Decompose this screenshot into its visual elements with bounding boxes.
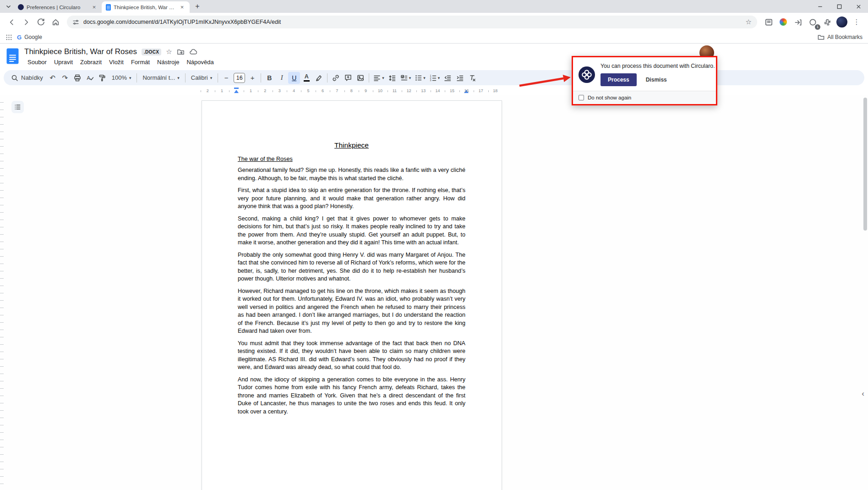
menu-item-vlozit[interactable]: Vložit <box>106 58 127 66</box>
back-button[interactable] <box>5 15 18 29</box>
apps-grid-icon[interactable] <box>5 34 12 41</box>
styles-select[interactable]: Normální t... ▾ <box>139 72 182 84</box>
first-line-indent-marker[interactable] <box>234 88 239 89</box>
window-minimize-button[interactable] <box>810 0 830 13</box>
document-outline-button[interactable] <box>11 101 24 113</box>
collapse-chevron-icon[interactable]: ‹ <box>859 389 867 399</box>
tab-search-button[interactable] <box>3 1 14 12</box>
menu-item-nastroje[interactable]: Nástroje <box>154 58 182 66</box>
site-info-icon[interactable] <box>72 19 79 26</box>
menu-item-upravit[interactable]: Upravit <box>51 58 76 66</box>
text-color-button[interactable]: A <box>300 72 312 84</box>
scrollbar-thumb[interactable] <box>863 98 867 231</box>
new-tab-button[interactable]: + <box>191 0 203 12</box>
process-button[interactable]: Process <box>601 73 637 86</box>
menus-search-button[interactable]: Nabídky <box>7 72 46 84</box>
move-folder-icon[interactable] <box>177 48 185 56</box>
font-size-input[interactable]: 16 <box>234 73 245 83</box>
italic-button[interactable]: I <box>276 72 288 84</box>
browser-menu-icon[interactable]: ⋮ <box>850 15 863 29</box>
numbered-list-button[interactable]: 123▾ <box>427 72 442 84</box>
print-button[interactable] <box>71 72 83 84</box>
send-to-device-icon[interactable] <box>791 15 805 29</box>
clear-formatting-button[interactable] <box>466 72 478 84</box>
bookmark-google[interactable]: G Google <box>17 34 42 41</box>
window-maximize-button[interactable] <box>830 0 849 13</box>
all-bookmarks-button[interactable]: All Bookmarks <box>818 34 863 41</box>
home-button[interactable] <box>49 15 62 29</box>
ruler-number: 18 <box>493 88 497 93</box>
ruler-tick <box>373 90 373 92</box>
profile-avatar[interactable] <box>835 15 849 29</box>
highlight-color-button[interactable] <box>313 72 325 84</box>
extension-color-icon[interactable] <box>776 15 790 29</box>
undo-button[interactable]: ↶ <box>47 72 59 84</box>
insert-image-button[interactable] <box>355 72 366 84</box>
paragraph[interactable]: Probably the only somewhat good thing He… <box>238 251 465 283</box>
window-controls <box>810 0 868 13</box>
star-icon[interactable]: ☆ <box>166 48 172 56</box>
spellcheck-button[interactable]: A <box>84 72 96 84</box>
document-title[interactable]: Thinkpiece British, War of Roses <box>24 47 137 56</box>
avatar-image <box>836 17 847 28</box>
left-indent-marker[interactable] <box>234 90 239 93</box>
bulleted-list-button[interactable]: ▾ <box>413 72 427 84</box>
paragraph[interactable]: Second, making a child king? I get that … <box>238 215 465 247</box>
caret-down-icon: ▾ <box>409 76 411 80</box>
decrease-font-size-button[interactable]: − <box>220 72 232 84</box>
circularo-extension-icon[interactable]: 1 <box>806 15 819 29</box>
ruler-number: 10 <box>378 88 382 93</box>
increase-indent-button[interactable] <box>454 72 466 84</box>
ruler-number: 4 <box>293 88 295 93</box>
paragraph[interactable]: Generational family feud? Sign me up. Ho… <box>238 166 465 182</box>
checklist-button[interactable]: ▾ <box>399 72 413 84</box>
menu-item-format[interactable]: Formát <box>128 58 153 66</box>
decrease-indent-button[interactable] <box>442 72 453 84</box>
tab-close-icon[interactable]: × <box>179 4 186 11</box>
browser-window: Preferences | Circularo × Thinkpiece Bri… <box>0 0 868 490</box>
window-close-button[interactable] <box>849 0 868 13</box>
ruler-number: 13 <box>421 88 426 93</box>
menu-item-zobrazit[interactable]: Zobrazit <box>77 58 105 66</box>
bold-button[interactable]: B <box>263 72 275 84</box>
align-button[interactable]: ▾ <box>371 72 386 84</box>
reload-button[interactable] <box>34 15 48 29</box>
text-color-bar <box>304 80 310 82</box>
redo-button[interactable]: ↷ <box>59 72 71 84</box>
dont-show-checkbox[interactable] <box>579 95 584 100</box>
paint-format-button[interactable] <box>96 72 108 84</box>
paragraph[interactable]: However, Richard managed to get his line… <box>238 287 465 336</box>
bookmark-star-icon[interactable]: ☆ <box>746 18 752 26</box>
menu-item-soubor[interactable]: Soubor <box>24 58 50 66</box>
tab-preferences-circularo[interactable]: Preferences | Circularo × <box>14 1 102 13</box>
document-page[interactable]: Thinkpiece The war of the Roses Generati… <box>202 100 502 490</box>
bulleted-list-icon <box>414 74 422 82</box>
reading-mode-icon[interactable] <box>762 15 775 29</box>
insert-link-button[interactable] <box>330 72 342 84</box>
paragraph[interactable]: First, what a stupid idea to skip an ent… <box>238 187 465 211</box>
zoom-select[interactable]: 100% ▾ <box>109 72 135 84</box>
tab-close-icon[interactable]: × <box>91 4 98 11</box>
underline-button[interactable]: U <box>288 72 300 84</box>
circularo-logo <box>579 66 595 83</box>
dismiss-button[interactable]: Dismiss <box>641 73 671 86</box>
caret-down-icon: ▾ <box>129 76 131 80</box>
paragraph[interactable]: And now, the idiocy of skipping a genera… <box>238 376 465 416</box>
add-comment-button[interactable] <box>342 72 354 84</box>
extensions-puzzle-icon[interactable] <box>820 15 834 29</box>
increase-font-size-button[interactable]: + <box>246 72 258 84</box>
url-bar[interactable]: docs.google.com/document/d/1ATKyIOjTUP1m… <box>67 16 757 28</box>
document-subheading[interactable]: The war of the Roses <box>238 156 465 162</box>
paragraph[interactable]: You must admit that they took immense ad… <box>238 340 465 372</box>
document-heading[interactable]: Thinkpiece <box>238 141 465 149</box>
line-spacing-button[interactable] <box>386 72 398 84</box>
forward-button[interactable] <box>19 15 33 29</box>
menu-item-napoveda[interactable]: Nápověda <box>183 58 217 66</box>
google-docs-icon[interactable] <box>6 48 19 64</box>
horizontal-ruler[interactable]: 21123456789101112131415161718 <box>0 87 868 95</box>
cloud-status-icon[interactable] <box>189 48 197 56</box>
font-select[interactable]: Calibri ▾ <box>188 72 215 84</box>
tab-title: Thinkpiece British, War of Roses <box>114 5 176 10</box>
tab-title: Preferences | Circularo <box>27 5 88 10</box>
tab-thinkpiece-document[interactable]: Thinkpiece British, War of Roses × <box>102 1 190 13</box>
